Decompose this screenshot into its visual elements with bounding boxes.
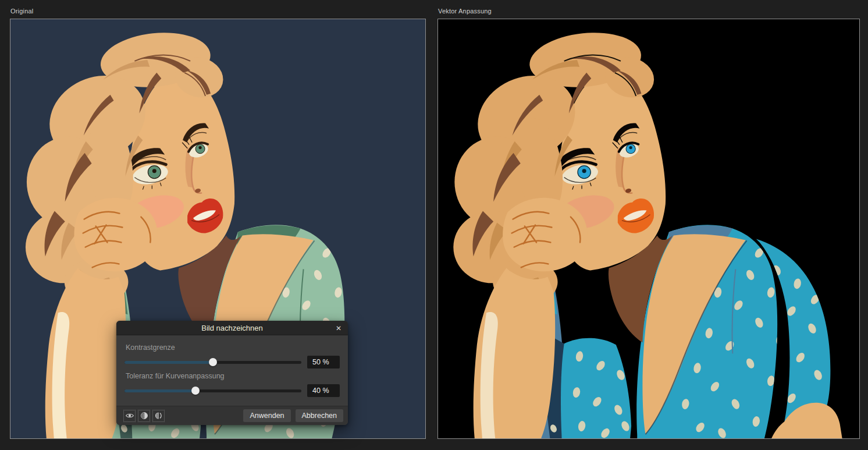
- curve-tolerance-label: Toleranz für Kurvenanpassung: [126, 372, 339, 380]
- slider-thumb[interactable]: [191, 387, 200, 395]
- preview-mode-toggles: [123, 410, 165, 422]
- apply-button[interactable]: Anwenden: [243, 409, 290, 422]
- contrast-threshold-label: Kontrastgrenze: [126, 343, 339, 352]
- app-window: Original Vektor Anpassung: [0, 0, 868, 450]
- curve-tolerance-value[interactable]: 40 %: [307, 384, 340, 397]
- half-circle-icon[interactable]: [152, 410, 165, 422]
- close-icon[interactable]: ✕: [334, 321, 343, 335]
- contrast-threshold-slider[interactable]: [124, 358, 301, 366]
- vector-preview-panel[interactable]: [437, 19, 860, 439]
- cancel-button[interactable]: Abbrechen: [296, 409, 343, 422]
- left-panel-label: Original: [10, 8, 34, 15]
- vector-illustration: [438, 19, 859, 438]
- dialog-footer: Anwenden Abbrechen: [116, 406, 348, 425]
- curve-tolerance-slider[interactable]: [124, 387, 301, 395]
- right-panel-label: Vektor Anpassung: [438, 8, 492, 15]
- slider-fill: [124, 389, 195, 392]
- slider-fill: [124, 361, 213, 364]
- dialog-body: Kontrastgrenze 50 % Toleranz für Kurvena…: [116, 335, 348, 406]
- split-circle-icon[interactable]: [138, 410, 150, 422]
- dialog-titlebar[interactable]: Bild nachzeichnen ✕: [116, 321, 348, 335]
- eye-icon[interactable]: [123, 410, 136, 422]
- dialog-title: Bild nachzeichnen: [201, 324, 263, 332]
- slider-thumb[interactable]: [209, 358, 217, 366]
- trace-image-dialog: Bild nachzeichnen ✕ Kontrastgrenze 50 % …: [116, 321, 348, 425]
- contrast-threshold-value[interactable]: 50 %: [307, 356, 340, 368]
